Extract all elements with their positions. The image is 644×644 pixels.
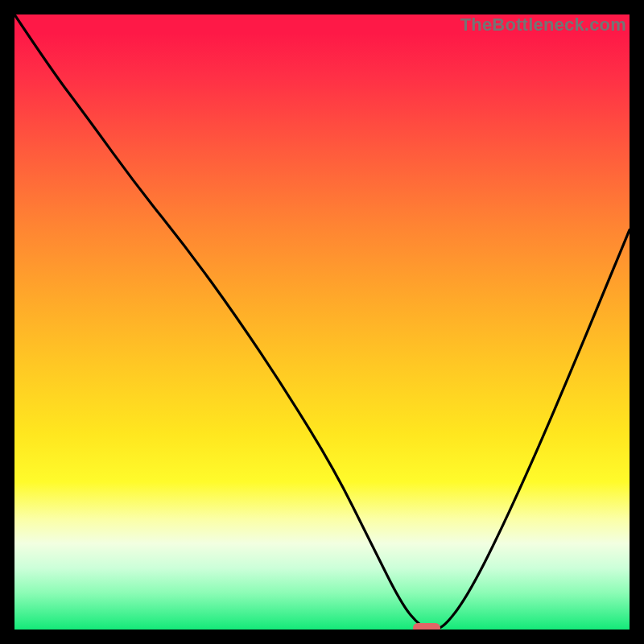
bottleneck-curve — [14, 14, 630, 630]
curve-path — [14, 14, 630, 629]
chart-stage: TheBottleneck.com — [0, 0, 644, 644]
plot-area: TheBottleneck.com — [14, 14, 630, 630]
optimum-marker — [413, 623, 440, 630]
watermark-text: TheBottleneck.com — [460, 14, 626, 35]
